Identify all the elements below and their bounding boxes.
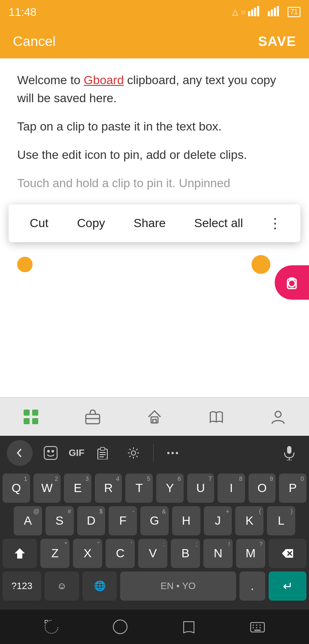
key-label: T	[136, 481, 143, 495]
nav-back-icon[interactable]	[39, 615, 64, 639]
key-label: P	[289, 481, 297, 495]
key-p[interactable]: 0P	[279, 474, 306, 503]
key-label: ↵	[283, 579, 293, 593]
top-bar: Cancel SAVE	[0, 24, 309, 58]
key-num: ?	[259, 541, 263, 547]
context-menu: Cut Copy Share Select all ⋮	[9, 204, 300, 242]
nav-recent-icon[interactable]	[177, 615, 201, 639]
svg-rect-12	[32, 410, 38, 416]
key-q[interactable]: 1Q	[3, 474, 30, 503]
keyboard-settings-icon[interactable]	[121, 440, 146, 466]
key-num: $	[100, 508, 103, 515]
key-label: U	[196, 481, 205, 495]
context-menu-share[interactable]: Share	[130, 215, 169, 232]
battery-icon: 71	[288, 7, 300, 17]
status-time: 11:48	[9, 6, 36, 19]
key-label: H	[182, 514, 191, 528]
svg-rect-25	[100, 447, 105, 450]
key-label: M	[245, 547, 255, 560]
cancel-button[interactable]: Cancel	[13, 33, 56, 49]
key-v[interactable]: :V	[138, 539, 167, 568]
svg-point-29	[131, 451, 136, 455]
keyboard-mic-icon[interactable]	[276, 440, 302, 466]
nav-home-icon[interactable]	[108, 615, 132, 639]
key-num: ;	[196, 541, 197, 547]
emoji-key[interactable]: ☺	[45, 571, 79, 601]
svg-rect-0	[248, 11, 250, 16]
content-paragraph-1: Welcome to Gboard clipboard, any text yo…	[17, 71, 292, 107]
key-t[interactable]: 5T	[125, 474, 153, 503]
key-c[interactable]: 'C	[106, 539, 135, 568]
key-label: N	[214, 547, 222, 560]
key-r[interactable]: 4R	[95, 474, 122, 503]
key-m[interactable]: ?M	[236, 539, 265, 568]
shift-key[interactable]	[3, 539, 37, 568]
key-label: .	[251, 579, 254, 593]
key-num: "	[97, 541, 100, 547]
toolbar-home-icon[interactable]	[139, 402, 170, 432]
key-j[interactable]: +J	[204, 506, 232, 535]
key-g[interactable]: &G	[140, 506, 169, 535]
key-l[interactable]: )L	[267, 506, 295, 535]
key-k[interactable]: (K	[235, 506, 264, 535]
enter-key[interactable]: ↵	[269, 571, 306, 601]
key-num: 9	[270, 475, 273, 482]
key-o[interactable]: 9O	[248, 474, 276, 503]
cursor-handle-right[interactable]	[251, 255, 270, 274]
keyboard-clipboard-icon[interactable]	[90, 440, 115, 466]
key-s[interactable]: #S	[45, 506, 74, 535]
key-label: E	[74, 481, 82, 495]
key-label: Q	[12, 481, 21, 495]
svg-rect-6	[274, 8, 276, 16]
status-icons: △ ○ 71	[232, 6, 300, 18]
camera-button[interactable]	[275, 265, 309, 300]
keyboard-row-4: ?123☺🌐EN • YO.↵	[3, 571, 306, 601]
context-menu-cut[interactable]: Cut	[26, 215, 52, 232]
cursor-handle-left[interactable]	[17, 257, 33, 272]
context-menu-select-all[interactable]: Select all	[191, 215, 247, 232]
svg-rect-7	[277, 6, 279, 16]
key-i[interactable]: 8I	[218, 474, 245, 503]
key-num: 0	[300, 475, 304, 482]
key-num: 2	[55, 475, 58, 482]
globe-key[interactable]: 🌐	[82, 571, 117, 601]
save-button[interactable]: SAVE	[258, 33, 296, 49]
key-u[interactable]: 7U	[187, 474, 215, 503]
toolbar-book-icon[interactable]	[201, 402, 231, 432]
content-area: Welcome to Gboard clipboard, any text yo…	[0, 58, 309, 213]
key-x[interactable]: "X	[73, 539, 102, 568]
key-n[interactable]: !N	[203, 539, 233, 568]
keyboard-gif-label[interactable]: GIF	[69, 447, 85, 459]
key-label: R	[104, 481, 112, 495]
key-z[interactable]: *Z	[40, 539, 70, 568]
key-num: !	[228, 541, 230, 547]
key-b[interactable]: ;B	[171, 539, 200, 568]
key-y[interactable]: 6Y	[156, 474, 184, 503]
context-menu-more[interactable]: ⋮	[268, 215, 283, 231]
numbers-key[interactable]: ?123	[3, 571, 41, 601]
keyboard-back-button[interactable]	[7, 440, 33, 466]
key-d[interactable]: $D	[77, 506, 106, 535]
key-w[interactable]: 2W	[33, 474, 61, 503]
space-key[interactable]: EN • YO	[120, 571, 236, 601]
keyboard-area: 1Q2W3E4R5T6Y7U8I9O0P @A#S$D-F&GH+J(K)L *…	[0, 470, 309, 610]
period-key[interactable]: .	[239, 571, 265, 601]
nav-keyboard-icon[interactable]	[245, 615, 270, 639]
key-a[interactable]: @A	[14, 506, 42, 535]
key-f[interactable]: -F	[109, 506, 137, 535]
key-label: O	[258, 481, 267, 495]
backspace-key[interactable]	[269, 539, 306, 568]
svg-rect-13	[24, 418, 30, 424]
keyboard-more-icon[interactable]: •••	[161, 440, 186, 466]
keyboard-row-3: *Z"X'C:V;B!N?M	[3, 539, 306, 568]
key-num: -	[132, 508, 134, 515]
toolbar-apps-icon[interactable]	[16, 402, 46, 432]
keyboard-emoji-icon[interactable]	[38, 440, 64, 466]
toolbar-briefcase-icon[interactable]	[78, 402, 108, 432]
context-menu-copy[interactable]: Copy	[73, 215, 108, 232]
key-e[interactable]: 3E	[64, 474, 91, 503]
key-h[interactable]: H	[172, 506, 200, 535]
toolbar-person-icon[interactable]	[263, 402, 293, 432]
svg-point-36	[113, 620, 127, 634]
key-label: L	[278, 514, 285, 528]
